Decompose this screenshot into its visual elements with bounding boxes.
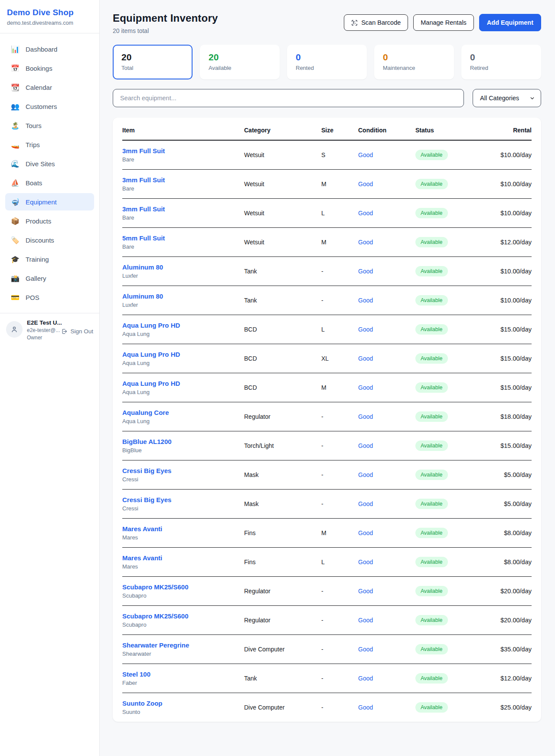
sidebar-item-label: Gallery [26,275,46,282]
column-header-rental[interactable]: Rental [495,118,532,140]
sidebar-item-equipment[interactable]: 🤿Equipment [5,193,94,210]
table-row[interactable]: 3mm Full SuitBareWetsuitSGoodAvailable$1… [122,140,532,170]
column-header-condition[interactable]: Condition [358,118,415,140]
condition-link[interactable]: Good [358,529,373,536]
sidebar-item-tours[interactable]: 🏝️Tours [5,117,94,134]
item-name-link[interactable]: Shearwater Peregrine [122,641,244,649]
condition-link[interactable]: Good [358,559,373,565]
item-name-link[interactable]: 3mm Full Suit [122,205,244,213]
sidebar-item-customers[interactable]: 👥Customers [5,98,94,115]
sidebar-item-products[interactable]: 📦Products [5,212,94,230]
category-filter-select[interactable]: All Categories [473,89,541,107]
item-name-link[interactable]: Suunto Zoop [122,700,244,707]
condition-link[interactable]: Good [358,355,373,362]
sidebar-item-training[interactable]: 🎓Training [5,250,94,268]
condition-link[interactable]: Good [358,297,373,304]
condition-link[interactable]: Good [358,471,373,478]
table-row[interactable]: Aqua Lung Pro HDAqua LungBCDLGoodAvailab… [122,315,532,344]
item-name-link[interactable]: Mares Avanti [122,554,244,562]
table-row[interactable]: Scubapro MK25/S600ScubaproRegulator-Good… [122,577,532,606]
column-header-category[interactable]: Category [244,118,321,140]
brand-name[interactable]: Demo Dive Shop [7,8,92,17]
item-name-link[interactable]: Cressi Big Eyes [122,496,244,503]
status-badge: Available [415,382,448,393]
item-name-link[interactable]: Scubapro MK25/S600 [122,583,244,591]
condition-link[interactable]: Good [358,442,373,449]
item-name-link[interactable]: Cressi Big Eyes [122,467,244,474]
size-cell: S [321,140,358,170]
table-row[interactable]: BigBlue AL1200BigBlueTorch/Light-GoodAva… [122,431,532,460]
sidebar-item-dashboard[interactable]: 📊Dashboard [5,40,94,58]
stat-card-maintenance[interactable]: 0Maintenance [374,45,454,79]
table-row[interactable]: Aqua Lung Pro HDAqua LungBCDXLGoodAvaila… [122,344,532,373]
table-row[interactable]: 5mm Full SuitBareWetsuitMGoodAvailable$1… [122,228,532,257]
sidebar-item-discounts[interactable]: 🏷️Discounts [5,231,94,249]
condition-link[interactable]: Good [358,588,373,595]
condition-link[interactable]: Good [358,210,373,217]
condition-link[interactable]: Good [358,500,373,507]
stat-card-total[interactable]: 20Total [113,45,193,79]
item-name-link[interactable]: 3mm Full Suit [122,147,244,154]
table-row[interactable]: Shearwater PeregrineShearwaterDive Compu… [122,635,532,664]
condition-link[interactable]: Good [358,704,373,711]
item-name-link[interactable]: Aqua Lung Pro HD [122,351,244,358]
item-name-link[interactable]: BigBlue AL1200 [122,438,244,445]
condition-link[interactable]: Good [358,326,373,333]
item-name-link[interactable]: Mares Avanti [122,525,244,532]
sidebar-item-bookings[interactable]: 📅Bookings [5,59,94,77]
column-header-item[interactable]: Item [122,118,244,140]
sign-out-button[interactable]: Sign Out [61,328,93,335]
add-equipment-button[interactable]: Add Equipment [479,14,541,31]
item-brand: Luxfer [122,302,244,308]
table-row[interactable]: Mares AvantiMaresFinsLGoodAvailable$8.00… [122,548,532,577]
condition-link[interactable]: Good [358,413,373,420]
item-brand: Bare [122,214,244,221]
condition-link[interactable]: Good [358,675,373,682]
table-row[interactable]: 3mm Full SuitBareWetsuitLGoodAvailable$1… [122,199,532,228]
table-row[interactable]: Scubapro MK25/S600ScubaproRegulator-Good… [122,606,532,635]
table-row[interactable]: Cressi Big EyesCressiMask-GoodAvailable$… [122,460,532,490]
sidebar-item-calendar[interactable]: 📆Calendar [5,79,94,96]
sidebar-item-pos[interactable]: 💳POS [5,289,94,306]
table-row[interactable]: Suunto ZoopSuuntoDive Computer-GoodAvail… [122,693,532,722]
item-name-link[interactable]: Aqualung Core [122,409,244,416]
user-info: E2E Test U... e2e-tester@... Owner [27,319,57,341]
status-badge: Available [415,528,448,538]
column-header-status[interactable]: Status [415,118,495,140]
item-name-link[interactable]: Aqua Lung Pro HD [122,322,244,329]
condition-link[interactable]: Good [358,239,373,246]
sidebar-item-trips[interactable]: 🚤Trips [5,136,94,153]
table-row[interactable]: Cressi Big EyesCressiMask-GoodAvailable$… [122,490,532,519]
stat-card-retired[interactable]: 0Retired [461,45,541,79]
stat-card-rented[interactable]: 0Rented [287,45,367,79]
item-name-link[interactable]: Scubapro MK25/S600 [122,612,244,620]
item-name-link[interactable]: Aluminum 80 [122,293,244,300]
table-row[interactable]: 3mm Full SuitBareWetsuitMGoodAvailable$1… [122,170,532,199]
condition-link[interactable]: Good [358,646,373,653]
scan-barcode-button[interactable]: Scan Barcode [344,14,408,31]
table-row[interactable]: Aluminum 80LuxferTank-GoodAvailable$10.0… [122,257,532,286]
stat-card-available[interactable]: 20Available [200,45,280,79]
item-name-link[interactable]: Aqua Lung Pro HD [122,380,244,387]
search-input[interactable] [113,89,464,107]
size-cell: - [321,460,358,490]
sidebar-item-gallery[interactable]: 📸Gallery [5,270,94,287]
sidebar-item-boats[interactable]: ⛵Boats [5,174,94,191]
manage-rentals-button[interactable]: Manage Rentals [413,14,474,31]
condition-link[interactable]: Good [358,384,373,391]
item-name-link[interactable]: Steel 100 [122,671,244,678]
condition-link[interactable]: Good [358,268,373,275]
item-name-link[interactable]: 5mm Full Suit [122,234,244,242]
table-row[interactable]: Aqua Lung Pro HDAqua LungBCDMGoodAvailab… [122,373,532,402]
table-row[interactable]: Aluminum 80LuxferTank-GoodAvailable$10.0… [122,286,532,315]
table-row[interactable]: Aqualung CoreAqua LungRegulator-GoodAvai… [122,402,532,431]
table-row[interactable]: Steel 100FaberTank-GoodAvailable$12.00/d… [122,664,532,693]
item-name-link[interactable]: Aluminum 80 [122,263,244,271]
condition-link[interactable]: Good [358,617,373,624]
item-name-link[interactable]: 3mm Full Suit [122,176,244,184]
condition-link[interactable]: Good [358,181,373,187]
table-row[interactable]: Mares AvantiMaresFinsMGoodAvailable$8.00… [122,519,532,548]
sidebar-item-dive-sites[interactable]: 🌊Dive Sites [5,155,94,172]
condition-link[interactable]: Good [358,151,373,158]
column-header-size[interactable]: Size [321,118,358,140]
